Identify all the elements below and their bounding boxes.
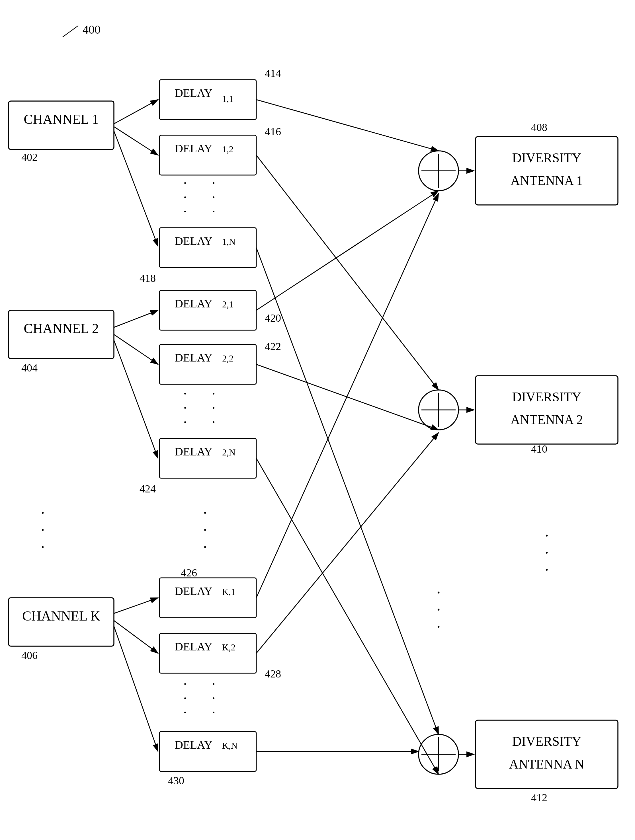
- svg-rect-34: [160, 633, 256, 673]
- svg-rect-14: [160, 291, 256, 330]
- svg-text:·: ·: [183, 386, 187, 402]
- svg-text:·: ·: [212, 175, 216, 191]
- delay21-sub: 2,1: [222, 299, 234, 309]
- channel1-label: CHANNEL 1: [24, 112, 99, 127]
- svg-rect-9: [160, 228, 256, 268]
- antN-line1: DIVERSITY: [512, 734, 581, 748]
- channel2-label: CHANNEL 2: [24, 321, 99, 336]
- ref-408: 408: [531, 121, 547, 133]
- delayK1-sub: K,1: [222, 587, 235, 597]
- svg-line-43: [114, 621, 158, 653]
- delay11-sub: 1,1: [222, 94, 234, 104]
- svg-line-67: [256, 433, 439, 653]
- svg-text:·: ·: [41, 504, 45, 521]
- svg-line-60: [256, 99, 439, 151]
- svg-line-66: [256, 194, 439, 598]
- svg-text:·: ·: [203, 538, 207, 556]
- svg-line-64: [256, 364, 439, 430]
- ant2-line1: DIVERSITY: [512, 390, 581, 404]
- svg-text:·: ·: [545, 561, 549, 578]
- svg-text:·: ·: [203, 521, 207, 538]
- svg-line-61: [256, 155, 439, 390]
- svg-text:·: ·: [183, 676, 187, 692]
- svg-line-42: [114, 598, 158, 613]
- delay1N-label: DELAY: [175, 235, 212, 247]
- svg-text:·: ·: [183, 704, 187, 720]
- svg-line-12: [114, 131, 158, 246]
- delay22-sub: 2,2: [222, 353, 234, 363]
- svg-text:·: ·: [212, 676, 216, 692]
- ant2-line2: ANTENNA 2: [510, 412, 583, 427]
- ref-404: 404: [21, 362, 38, 374]
- svg-rect-5: [160, 135, 256, 175]
- ref-420: 420: [265, 312, 281, 324]
- delayK2-label: DELAY: [175, 640, 212, 653]
- svg-text:·: ·: [41, 521, 45, 538]
- svg-text:·: ·: [212, 400, 216, 416]
- svg-line-62: [256, 248, 439, 734]
- delay11-label: DELAY: [175, 87, 212, 99]
- svg-line-63: [256, 191, 439, 310]
- svg-rect-41: [160, 731, 256, 771]
- delay12-label: DELAY: [175, 142, 212, 155]
- svg-rect-33: [160, 578, 256, 618]
- delayKN-label: DELAY: [175, 738, 212, 751]
- delay2N-label: DELAY: [175, 445, 212, 458]
- ref-424: 424: [139, 483, 156, 495]
- delay21-label: DELAY: [175, 297, 212, 310]
- delay22-label: DELAY: [175, 351, 212, 364]
- ref-416: 416: [265, 126, 281, 137]
- delay1N-sub: 1,N: [222, 237, 235, 247]
- svg-text:·: ·: [183, 690, 187, 706]
- svg-text:·: ·: [41, 538, 45, 556]
- diagram: 400 CHANNEL 1 402 DELAY 1,1 414 DELAY 1,…: [0, 0, 635, 840]
- svg-text:·: ·: [436, 601, 441, 618]
- delay2N-sub: 2,N: [222, 447, 235, 458]
- ref-430: 430: [168, 775, 184, 786]
- svg-line-11: [114, 127, 158, 155]
- channelK-label: CHANNEL K: [22, 608, 101, 624]
- ref-410: 410: [531, 443, 547, 455]
- ref-406: 406: [21, 649, 38, 661]
- dots-1-vert2: ·: [183, 189, 187, 205]
- svg-text:·: ·: [212, 690, 216, 706]
- svg-text:·: ·: [183, 414, 187, 430]
- svg-text:·: ·: [183, 400, 187, 416]
- ant1-line2: ANTENNA 1: [510, 173, 583, 188]
- svg-text:·: ·: [212, 414, 216, 430]
- antN-line2: ANTENNA N: [509, 757, 584, 771]
- svg-rect-15: [160, 344, 256, 384]
- svg-line-44: [114, 626, 158, 752]
- svg-rect-4: [160, 80, 256, 120]
- ref-426: 426: [181, 567, 197, 579]
- svg-text:·: ·: [212, 386, 216, 402]
- ref-402: 402: [21, 151, 38, 163]
- delay12-sub: 1,2: [222, 144, 234, 154]
- svg-line-25: [114, 340, 158, 458]
- svg-text:·: ·: [545, 527, 549, 544]
- svg-rect-51: [475, 137, 618, 205]
- delayK1-label: DELAY: [175, 585, 212, 597]
- svg-line-2: [63, 25, 78, 37]
- delayKN-sub: K,N: [222, 741, 237, 751]
- dots-1-vert: ·: [183, 175, 187, 191]
- svg-text:·: ·: [212, 204, 216, 219]
- ref-418: 418: [139, 272, 156, 284]
- ant1-line1: DIVERSITY: [512, 151, 581, 165]
- dots-1-vert3: ·: [183, 204, 187, 219]
- svg-line-23: [114, 310, 158, 327]
- svg-text:·: ·: [212, 189, 216, 205]
- svg-text:·: ·: [203, 504, 207, 521]
- svg-line-65: [256, 458, 439, 774]
- svg-line-10: [114, 99, 158, 124]
- svg-line-24: [114, 335, 158, 364]
- ref-412: 412: [531, 792, 547, 804]
- svg-text:·: ·: [212, 704, 216, 720]
- svg-text:·: ·: [436, 584, 441, 601]
- svg-rect-22: [160, 438, 256, 478]
- svg-text:·: ·: [436, 618, 441, 635]
- delayK2-sub: K,2: [222, 642, 235, 652]
- ref-428: 428: [265, 668, 281, 680]
- figure-number: 400: [82, 23, 101, 36]
- ref-414: 414: [265, 67, 281, 79]
